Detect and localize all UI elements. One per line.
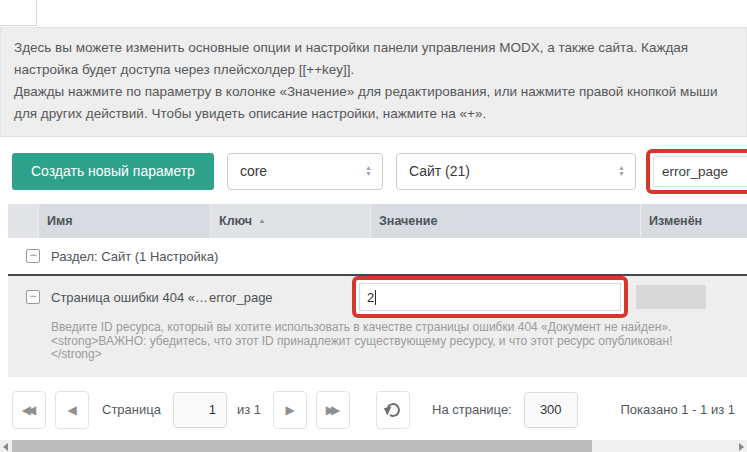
grid-header: Имя Ключ ▲ Значение Изменён [8, 204, 747, 238]
scroll-left-icon[interactable] [3, 443, 8, 451]
redacted-changed-date [636, 285, 706, 309]
chevron-down-icon: ▼ [365, 171, 372, 177]
first-page-button[interactable]: ◀◀ [12, 391, 46, 429]
group-row-site[interactable]: − Раздел: Сайт (1 Настройка) [8, 238, 747, 276]
scroll-right-icon[interactable] [739, 443, 744, 451]
next-page-button[interactable]: ▶ [273, 391, 307, 429]
prev-page-button[interactable]: ◀ [55, 391, 89, 429]
column-header-key[interactable]: Ключ ▲ [210, 204, 370, 238]
column-header-expander [8, 204, 38, 238]
setting-key: error_page [209, 290, 352, 305]
create-parameter-button[interactable]: Создать новый параметр [12, 153, 214, 190]
per-page-label: На странице: [432, 402, 512, 417]
value-editor-input[interactable]: 2 [359, 283, 621, 311]
setting-name: Страница ошибки 404 «… [51, 290, 209, 305]
setting-description: Введите ID ресурса, который вы хотите ис… [8, 318, 747, 364]
search-key-input[interactable] [653, 156, 747, 187]
chevron-down-icon: ▼ [618, 171, 625, 177]
page-of-label: из 1 [237, 402, 261, 417]
column-header-changed[interactable]: Изменён [640, 204, 747, 238]
sort-asc-icon: ▲ [258, 217, 266, 224]
column-header-value[interactable]: Значение [370, 204, 640, 238]
value-editor-text: 2 [367, 290, 374, 305]
spinner-icon: ▲ ▼ [618, 165, 625, 177]
collapse-row-icon[interactable]: − [26, 290, 40, 304]
horizontal-scrollbar[interactable] [0, 440, 747, 452]
page-label: Страница [102, 402, 161, 417]
namespace-select-value: core [240, 163, 365, 179]
panel-corner [0, 0, 37, 26]
setting-description-line-3: </strong> [51, 348, 717, 362]
group-row-label: Раздел: Сайт (1 Настройка) [51, 249, 218, 264]
collapse-group-icon[interactable]: − [26, 249, 40, 263]
namespace-select[interactable]: core ▲ ▼ [227, 153, 383, 190]
pagination-bar: ◀◀ ◀ Страница из 1 ▶ ▶▶ На странице: Пок… [12, 391, 737, 429]
annotation-highlight-value: 2 [352, 276, 628, 318]
setting-row-main: − Страница ошибки 404 «… error_page 2 [8, 276, 747, 318]
last-page-button[interactable]: ▶▶ [316, 391, 350, 429]
page-number-input[interactable] [173, 392, 227, 428]
scrollbar-thumb[interactable] [12, 440, 592, 452]
settings-toolbar: Создать новый параметр core ▲ ▼ Сайт (21… [12, 152, 747, 190]
column-header-name[interactable]: Имя [38, 204, 210, 238]
setting-description-line-1: Введите ID ресурса, который вы хотите ис… [51, 321, 717, 335]
setting-description-line-2: <strong>ВАЖНО: убедитесь, что этот ID пр… [51, 335, 717, 349]
spinner-icon: ▲ ▼ [365, 165, 372, 177]
settings-intro: Здесь вы можете изменить основные опции … [0, 27, 747, 137]
shown-count-label: Показано 1 - 1 из 1 [620, 402, 735, 417]
area-select-value: Сайт (21) [409, 163, 618, 179]
intro-line-2: Дважды нажмите по параметру в колонке «З… [14, 81, 732, 125]
refresh-icon [384, 401, 401, 418]
setting-row-error-page[interactable]: − Страница ошибки 404 «… error_page 2 Вв… [8, 276, 747, 377]
settings-grid: Имя Ключ ▲ Значение Изменён − Раздел: Са… [8, 204, 747, 377]
text-caret [375, 290, 376, 305]
per-page-input[interactable] [524, 392, 578, 428]
intro-line-1: Здесь вы можете изменить основные опции … [14, 37, 732, 81]
refresh-button[interactable] [376, 391, 410, 429]
annotation-highlight-search [646, 149, 747, 194]
area-select[interactable]: Сайт (21) ▲ ▼ [396, 153, 636, 190]
